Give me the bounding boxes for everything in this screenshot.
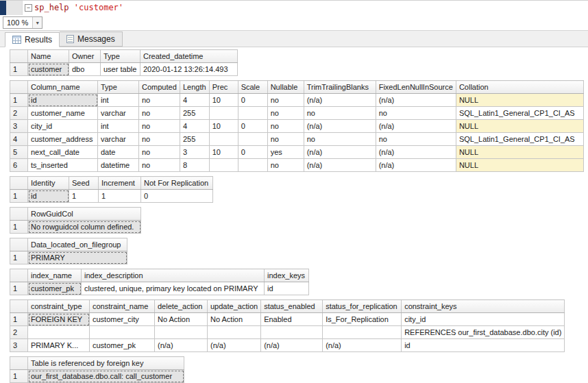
grid-cell[interactable]: 1 [99,190,141,203]
grid-cell[interactable]: customer_pk [90,339,155,352]
column-header[interactable]: index_name [28,269,82,282]
grid-cell[interactable]: 10 [209,94,238,107]
grid-cell[interactable]: SQL_Latin1_General_CP1_CI_AS [456,133,583,146]
select-all-corner[interactable] [10,269,28,282]
grid-cell[interactable]: next_call_date [28,146,98,159]
grid-cell[interactable]: NULL [456,94,583,107]
column-header[interactable]: Nullable [267,81,304,94]
grid-cell[interactable]: (n/a) [304,159,376,172]
column-header[interactable]: Length [180,81,210,94]
grid-cell[interactable]: PRIMARY K... [28,339,90,352]
select-all-corner[interactable] [10,238,28,251]
grid-cell[interactable]: int [98,94,139,107]
select-all-corner[interactable] [10,81,28,94]
grid-cell[interactable]: NULL [456,159,583,172]
result-grid-rowguidcol[interactable]: RowGuidCol1No rowguidcol column defined. [10,207,141,234]
column-header[interactable]: Type [101,50,140,63]
column-header[interactable]: Computed [139,81,180,94]
row-number[interactable]: 1 [10,282,28,295]
grid-cell[interactable]: id [28,190,69,203]
grid-cell[interactable]: no [139,159,180,172]
grid-cell[interactable]: 3 [180,146,210,159]
grid-cell[interactable]: 10 [209,120,238,133]
column-header[interactable]: status_for_replication [323,300,402,313]
grid-cell[interactable]: no [267,107,304,120]
row-number[interactable]: 3 [10,339,28,352]
row-number[interactable]: 1 [10,313,28,326]
row-number[interactable]: 1 [10,63,28,76]
column-header[interactable]: RowGuidCol [28,208,141,221]
grid-cell[interactable]: int [98,120,139,133]
grid-cell[interactable]: customer_address [28,133,98,146]
grid-cell[interactable] [209,107,238,120]
row-number[interactable]: 1 [10,221,28,234]
column-header[interactable]: Type [98,81,139,94]
grid-cell[interactable] [90,326,155,339]
grid-cell[interactable]: id [265,282,309,295]
collapse-region-icon[interactable]: − [25,4,32,12]
grid-cell[interactable]: ts_inserted [28,159,98,172]
select-all-corner[interactable] [10,50,28,63]
grid-cell[interactable]: No Action [208,313,261,326]
result-grid-columns[interactable]: Column_nameTypeComputedLengthPrecScaleNu… [10,80,584,172]
row-number[interactable]: 1 [10,94,28,107]
grid-cell[interactable]: date [98,146,139,159]
row-number[interactable]: 2 [10,326,28,339]
grid-cell[interactable]: (n/a) [304,120,376,133]
grid-cell[interactable]: FOREIGN KEY [28,313,90,326]
grid-cell[interactable]: SQL_Latin1_General_CP1_CI_AS [456,107,583,120]
column-header[interactable]: Data_located_on_filegroup [28,238,127,251]
row-number[interactable]: 6 [10,159,28,172]
result-grid-indexes[interactable]: index_nameindex_descriptionindex_keys1cu… [10,269,309,295]
grid-cell[interactable] [209,159,238,172]
grid-cell[interactable]: user table [101,63,140,76]
grid-cell[interactable]: no [267,133,304,146]
grid-cell[interactable]: city_id [402,313,565,326]
row-number[interactable]: 1 [10,370,28,383]
grid-cell[interactable]: no [139,146,180,159]
grid-cell[interactable]: (n/a) [376,146,456,159]
grid-cell[interactable]: city_id [28,120,98,133]
column-header[interactable]: constraint_type [28,300,90,313]
grid-cell[interactable]: 1 [69,190,99,203]
grid-cell[interactable]: No Action [155,313,208,326]
grid-cell[interactable]: 4 [180,94,210,107]
grid-cell[interactable]: our_first_database.dbo.call: call_custom… [28,370,184,383]
result-grid-referenced-by[interactable]: Table is referenced by foreign key1our_f… [10,356,184,383]
grid-cell[interactable]: dbo [69,63,101,76]
column-header[interactable]: FixedLenNullInSource [376,81,456,94]
column-header[interactable]: status_enabled [261,300,323,313]
grid-cell[interactable]: varchar [98,107,139,120]
column-header[interactable]: Name [28,50,69,63]
column-header[interactable]: Not For Replication [141,177,213,190]
grid-cell[interactable]: (n/a) [376,159,456,172]
row-number[interactable]: 3 [10,120,28,133]
zoom-combo[interactable]: 100 % ▼ [3,16,42,29]
chevron-down-icon[interactable]: ▼ [32,17,42,28]
grid-cell[interactable]: customer [28,63,69,76]
grid-cell[interactable]: no [304,107,376,120]
row-number[interactable]: 2 [10,107,28,120]
query-text[interactable]: sp_help 'customer' [34,1,588,15]
tab-messages[interactable]: Messages [60,32,123,47]
grid-cell[interactable]: no [304,133,376,146]
column-header[interactable]: Seed [69,177,99,190]
grid-cell[interactable]: (n/a) [155,339,208,352]
grid-cell[interactable]: (n/a) [261,339,323,352]
grid-cell[interactable]: (n/a) [323,339,402,352]
grid-cell[interactable]: id [28,94,98,107]
grid-cell[interactable]: no [139,120,180,133]
grid-cell[interactable]: (n/a) [304,94,376,107]
column-header[interactable]: TrimTrailingBlanks [304,81,376,94]
grid-cell[interactable]: NULL [456,120,583,133]
grid-cell[interactable]: no [267,120,304,133]
column-header[interactable]: Owner [69,50,101,63]
grid-cell[interactable]: (n/a) [376,120,456,133]
result-grid-identity[interactable]: IdentitySeedIncrementNot For Replication… [10,176,213,203]
column-header[interactable]: index_keys [265,269,309,282]
grid-cell[interactable]: no [376,107,456,120]
grid-cell[interactable]: yes [267,146,304,159]
grid-cell[interactable] [155,326,208,339]
grid-cell[interactable]: 0 [238,94,267,107]
grid-cell[interactable]: no [139,94,180,107]
